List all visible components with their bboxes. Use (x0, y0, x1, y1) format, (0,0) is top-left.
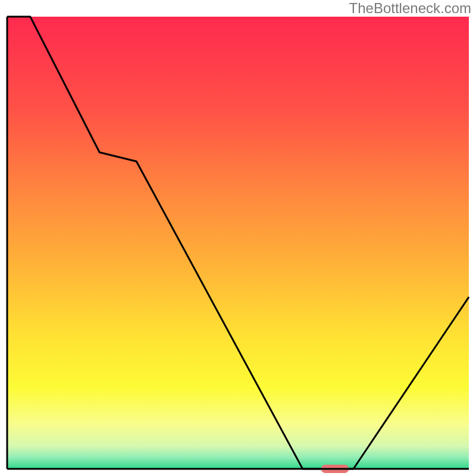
watermark-text: TheBottleneck.com (349, 0, 471, 17)
bottleneck-chart: TheBottleneck.com (0, 0, 476, 476)
chart-svg (0, 0, 476, 476)
